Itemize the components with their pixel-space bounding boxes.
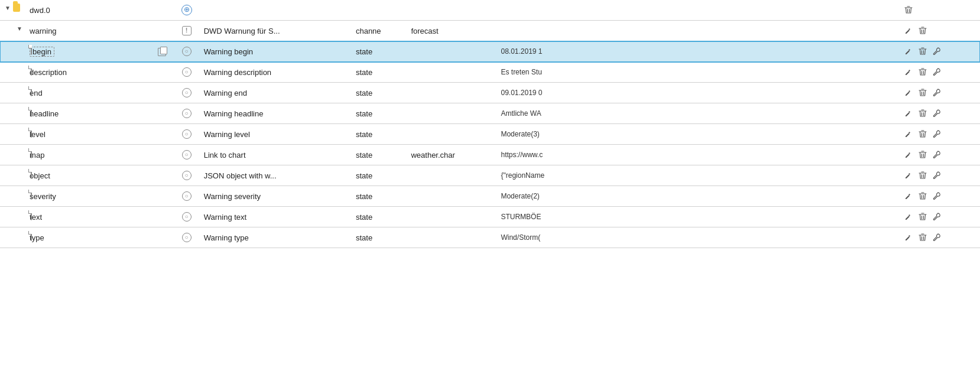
delete-button[interactable] xyxy=(916,107,929,120)
settings-button[interactable] xyxy=(930,169,943,182)
circle-dot-icon: ○ xyxy=(182,171,192,180)
edit-button[interactable] xyxy=(902,169,915,182)
row-actions-cell xyxy=(897,124,980,145)
row-value-cell: Wind/Storm( xyxy=(496,227,897,248)
row-channel-cell xyxy=(406,41,496,62)
table-row[interactable]: text○Warning textstateSTURMBÖE xyxy=(0,207,980,227)
circle-dot-icon: ○ xyxy=(182,150,192,160)
expand-arrow-icon[interactable]: ▼ xyxy=(17,25,22,32)
row-actions-cell xyxy=(897,83,980,103)
file-icon xyxy=(31,148,32,158)
row-kind-cell: state xyxy=(351,103,407,124)
actions-container xyxy=(902,210,975,223)
delete-button[interactable] xyxy=(916,231,929,244)
table-row[interactable]: ▼dwd.0⊕ xyxy=(0,0,980,21)
settings-button[interactable] xyxy=(930,86,943,99)
delete-button[interactable] xyxy=(916,24,929,37)
table-row[interactable]: headline○Warning headlinestateAmtliche W… xyxy=(0,103,980,124)
row-copy-cell xyxy=(150,207,174,227)
row-kind-cell: state xyxy=(351,186,407,207)
row-copy-cell xyxy=(150,227,174,248)
main-table-container: ▼dwd.0⊕ ▼warning!DWD Warnung für S...cha… xyxy=(0,0,980,248)
delete-button[interactable] xyxy=(916,190,929,203)
row-actions-cell xyxy=(897,41,980,62)
row-value-cell: Amtliche WA xyxy=(496,103,897,124)
row-kind-cell: state xyxy=(351,165,407,186)
table-row[interactable]: level○Warning levelstateModerate(3) xyxy=(0,124,980,145)
row-label-cell: Warning type xyxy=(199,227,351,248)
table-row[interactable]: severity○Warning severitystateModerate(2… xyxy=(0,186,980,207)
edit-button[interactable] xyxy=(902,107,915,120)
delete-button[interactable] xyxy=(902,4,915,17)
row-label-cell: Warning headline xyxy=(199,103,351,124)
row-actions-cell xyxy=(897,165,980,186)
settings-button[interactable] xyxy=(930,66,943,79)
settings-button[interactable] xyxy=(930,148,943,161)
actions-container xyxy=(902,86,975,99)
delete-button[interactable] xyxy=(916,45,929,58)
table-row[interactable]: end○Warning endstate09.01.2019 0 xyxy=(0,83,980,103)
row-actions-cell xyxy=(897,0,980,21)
row-value-cell: STURMBÖE xyxy=(496,207,897,227)
table-row[interactable]: type○Warning typestateWind/Storm( xyxy=(0,227,980,248)
row-value-cell: 08.01.2019 1 xyxy=(496,41,897,62)
row-actions-cell xyxy=(897,21,980,41)
row-name-cell: type xyxy=(25,227,149,248)
row-name-cell: severity xyxy=(25,186,149,207)
delete-button[interactable] xyxy=(916,148,929,161)
edit-button[interactable] xyxy=(902,210,915,223)
file-icon xyxy=(31,190,32,200)
row-copy-cell xyxy=(150,83,174,103)
row-name-label: object xyxy=(30,171,50,180)
expand-arrow-icon[interactable]: ▼ xyxy=(5,5,11,11)
row-channel-cell xyxy=(406,165,496,186)
delete-button[interactable] xyxy=(916,210,929,223)
table-row[interactable]: description○Warning descriptionstateEs t… xyxy=(0,62,980,83)
row-label-cell: Warning end xyxy=(199,83,351,103)
delete-button[interactable] xyxy=(916,66,929,79)
edit-button[interactable] xyxy=(902,231,915,244)
row-label-cell: Warning severity xyxy=(199,186,351,207)
row-type-icon-cell: ⊕ xyxy=(174,0,199,21)
settings-button[interactable] xyxy=(930,231,943,244)
table-row[interactable]: map○Link to chartstateweather.charhttps:… xyxy=(0,145,980,165)
copy-icon[interactable] xyxy=(158,48,166,56)
edit-button[interactable] xyxy=(902,66,915,79)
items-table: ▼dwd.0⊕ ▼warning!DWD Warnung für S...cha… xyxy=(0,0,980,248)
row-copy-cell xyxy=(150,103,174,124)
table-row[interactable]: begin○Warning beginstate08.01.2019 1 xyxy=(0,41,980,62)
actions-container xyxy=(902,231,975,244)
row-actions-cell xyxy=(897,207,980,227)
edit-button[interactable] xyxy=(902,148,915,161)
settings-button[interactable] xyxy=(930,107,943,120)
row-type-icon-cell: ○ xyxy=(174,124,199,145)
edit-button[interactable] xyxy=(902,190,915,203)
edit-button[interactable] xyxy=(902,45,915,58)
circle-dot-icon: ○ xyxy=(182,47,192,56)
file-icon xyxy=(31,169,32,179)
row-actions-cell xyxy=(897,103,980,124)
row-type-icon-cell: ○ xyxy=(174,207,199,227)
edit-button[interactable] xyxy=(902,128,915,141)
settings-button[interactable] xyxy=(930,128,943,141)
settings-button[interactable] xyxy=(930,45,943,58)
row-copy-cell xyxy=(150,145,174,165)
settings-button[interactable] xyxy=(930,190,943,203)
settings-button[interactable] xyxy=(930,210,943,223)
table-row[interactable]: object○JSON object with w...state{"regio… xyxy=(0,165,980,186)
row-copy-cell xyxy=(150,62,174,83)
edit-button[interactable] xyxy=(902,86,915,99)
row-label-cell: Link to chart xyxy=(199,145,351,165)
table-row[interactable]: ▼warning!DWD Warnung für S...channeforec… xyxy=(0,21,980,41)
delete-button[interactable] xyxy=(916,169,929,182)
row-name-cell: end xyxy=(25,83,149,103)
row-name-label: level xyxy=(30,130,46,139)
edit-button[interactable] xyxy=(902,24,915,37)
row-icon-cell: ▼ xyxy=(0,21,25,36)
delete-button[interactable] xyxy=(916,128,929,141)
row-channel-cell xyxy=(406,186,496,207)
file-icon xyxy=(31,45,32,55)
row-actions-cell xyxy=(897,145,980,165)
row-name-cell: text xyxy=(25,207,149,227)
delete-button[interactable] xyxy=(916,86,929,99)
